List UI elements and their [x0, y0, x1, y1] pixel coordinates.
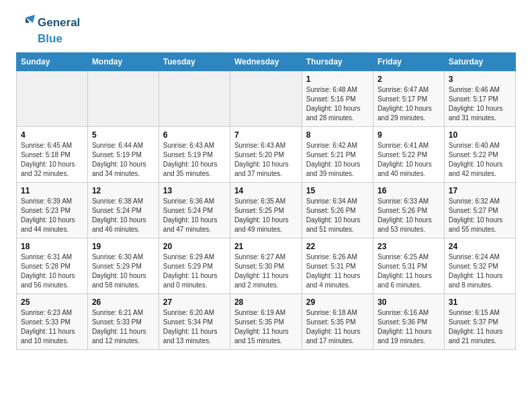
- day-info: Sunrise: 6:20 AM Sunset: 5:34 PM Dayligh…: [163, 308, 226, 346]
- calendar-cell: 27Sunrise: 6:20 AM Sunset: 5:34 PM Dayli…: [159, 293, 230, 349]
- day-number: 20: [163, 242, 226, 251]
- day-number: 25: [21, 298, 83, 307]
- day-number: 7: [234, 130, 298, 140]
- day-number: 11: [21, 186, 83, 195]
- day-number: 29: [306, 298, 369, 307]
- day-header-monday: Monday: [87, 52, 159, 71]
- day-number: 8: [306, 130, 369, 140]
- calendar-cell: 2Sunrise: 6:47 AM Sunset: 5:17 PM Daylig…: [373, 71, 445, 126]
- day-info: Sunrise: 6:24 AM Sunset: 5:32 PM Dayligh…: [449, 253, 511, 290]
- day-number: 6: [163, 130, 226, 140]
- calendar-cell: 3Sunrise: 6:46 AM Sunset: 5:17 PM Daylig…: [444, 71, 515, 126]
- day-number: 27: [163, 298, 226, 307]
- calendar-cell: [87, 71, 159, 126]
- day-number: 18: [21, 242, 83, 251]
- day-info: Sunrise: 6:32 AM Sunset: 5:27 PM Dayligh…: [449, 197, 511, 234]
- calendar-cell: 10Sunrise: 6:40 AM Sunset: 5:22 PM Dayli…: [444, 126, 515, 182]
- day-info: Sunrise: 6:18 AM Sunset: 5:35 PM Dayligh…: [306, 308, 369, 346]
- day-number: 2: [378, 75, 440, 84]
- day-number: 28: [234, 298, 298, 307]
- day-header-friday: Friday: [373, 52, 445, 71]
- calendar-cell: [159, 71, 230, 126]
- day-info: Sunrise: 6:40 AM Sunset: 5:22 PM Dayligh…: [449, 141, 511, 179]
- calendar-week-4: 18Sunrise: 6:31 AM Sunset: 5:28 PM Dayli…: [17, 238, 516, 293]
- day-info: Sunrise: 6:25 AM Sunset: 5:31 PM Dayligh…: [378, 253, 440, 290]
- day-info: Sunrise: 6:16 AM Sunset: 5:36 PM Dayligh…: [378, 308, 440, 346]
- day-number: 10: [449, 130, 511, 140]
- calendar-header-row: SundayMondayTuesdayWednesdayThursdayFrid…: [17, 52, 516, 71]
- day-info: Sunrise: 6:43 AM Sunset: 5:19 PM Dayligh…: [163, 141, 226, 179]
- day-info: Sunrise: 6:42 AM Sunset: 5:21 PM Dayligh…: [306, 141, 369, 179]
- calendar-cell: 11Sunrise: 6:39 AM Sunset: 5:23 PM Dayli…: [17, 182, 88, 238]
- day-number: 15: [306, 186, 369, 195]
- day-info: Sunrise: 6:30 AM Sunset: 5:29 PM Dayligh…: [92, 253, 154, 290]
- calendar-week-3: 11Sunrise: 6:39 AM Sunset: 5:23 PM Dayli…: [17, 182, 516, 238]
- day-number: 13: [163, 186, 226, 195]
- day-info: Sunrise: 6:19 AM Sunset: 5:35 PM Dayligh…: [234, 308, 298, 346]
- day-number: 22: [306, 242, 369, 251]
- calendar-cell: 17Sunrise: 6:32 AM Sunset: 5:27 PM Dayli…: [444, 182, 515, 238]
- day-header-wednesday: Wednesday: [230, 52, 302, 71]
- day-number: 19: [92, 242, 154, 251]
- day-header-tuesday: Tuesday: [159, 52, 230, 71]
- day-number: 5: [92, 130, 154, 140]
- calendar-cell: [230, 71, 302, 126]
- header: General Blue: [16, 13, 516, 46]
- day-header-sunday: Sunday: [17, 52, 88, 71]
- day-number: 12: [92, 186, 154, 195]
- calendar-cell: 28Sunrise: 6:19 AM Sunset: 5:35 PM Dayli…: [230, 293, 302, 349]
- day-number: 24: [449, 242, 511, 251]
- day-info: Sunrise: 6:29 AM Sunset: 5:29 PM Dayligh…: [163, 253, 226, 290]
- day-header-saturday: Saturday: [444, 52, 515, 71]
- calendar-cell: 8Sunrise: 6:42 AM Sunset: 5:21 PM Daylig…: [302, 126, 373, 182]
- day-number: 17: [449, 186, 511, 195]
- calendar-cell: 1Sunrise: 6:48 AM Sunset: 5:16 PM Daylig…: [302, 71, 373, 126]
- calendar-cell: 25Sunrise: 6:23 AM Sunset: 5:33 PM Dayli…: [17, 293, 88, 349]
- calendar-body: 1Sunrise: 6:48 AM Sunset: 5:16 PM Daylig…: [17, 71, 516, 349]
- calendar-cell: 23Sunrise: 6:25 AM Sunset: 5:31 PM Dayli…: [373, 238, 445, 293]
- day-number: 26: [92, 298, 154, 307]
- day-number: 21: [234, 242, 298, 251]
- day-number: 30: [378, 298, 440, 307]
- day-info: Sunrise: 6:45 AM Sunset: 5:18 PM Dayligh…: [21, 141, 83, 179]
- calendar-week-1: 1Sunrise: 6:48 AM Sunset: 5:16 PM Daylig…: [17, 71, 516, 126]
- day-info: Sunrise: 6:34 AM Sunset: 5:26 PM Dayligh…: [306, 197, 369, 234]
- day-info: Sunrise: 6:26 AM Sunset: 5:31 PM Dayligh…: [306, 253, 369, 290]
- calendar-cell: 4Sunrise: 6:45 AM Sunset: 5:18 PM Daylig…: [17, 126, 88, 182]
- day-number: 14: [234, 186, 298, 195]
- day-info: Sunrise: 6:21 AM Sunset: 5:33 PM Dayligh…: [92, 308, 154, 346]
- day-info: Sunrise: 6:31 AM Sunset: 5:28 PM Dayligh…: [21, 253, 83, 290]
- calendar-cell: 7Sunrise: 6:43 AM Sunset: 5:20 PM Daylig…: [230, 126, 302, 182]
- logo-bird-icon: [16, 13, 35, 32]
- calendar-cell: 31Sunrise: 6:15 AM Sunset: 5:37 PM Dayli…: [444, 293, 515, 349]
- calendar-cell: 14Sunrise: 6:35 AM Sunset: 5:25 PM Dayli…: [230, 182, 302, 238]
- day-number: 3: [449, 75, 511, 84]
- calendar-table: SundayMondayTuesdayWednesdayThursdayFrid…: [16, 52, 516, 350]
- day-info: Sunrise: 6:35 AM Sunset: 5:25 PM Dayligh…: [234, 197, 298, 234]
- day-info: Sunrise: 6:36 AM Sunset: 5:24 PM Dayligh…: [163, 197, 226, 234]
- day-info: Sunrise: 6:46 AM Sunset: 5:17 PM Dayligh…: [449, 85, 511, 123]
- day-info: Sunrise: 6:48 AM Sunset: 5:16 PM Dayligh…: [306, 85, 369, 123]
- calendar-cell: 9Sunrise: 6:41 AM Sunset: 5:22 PM Daylig…: [373, 126, 445, 182]
- calendar-cell: [17, 71, 88, 126]
- day-number: 23: [378, 242, 440, 251]
- day-header-thursday: Thursday: [302, 52, 373, 71]
- day-info: Sunrise: 6:27 AM Sunset: 5:30 PM Dayligh…: [234, 253, 298, 290]
- day-number: 31: [449, 298, 511, 307]
- logo: General Blue: [16, 13, 80, 46]
- logo-text-blue: Blue: [38, 32, 62, 46]
- calendar-cell: 5Sunrise: 6:44 AM Sunset: 5:19 PM Daylig…: [87, 126, 159, 182]
- calendar-cell: 26Sunrise: 6:21 AM Sunset: 5:33 PM Dayli…: [87, 293, 159, 349]
- day-info: Sunrise: 6:47 AM Sunset: 5:17 PM Dayligh…: [378, 85, 440, 123]
- calendar-cell: 22Sunrise: 6:26 AM Sunset: 5:31 PM Dayli…: [302, 238, 373, 293]
- day-info: Sunrise: 6:33 AM Sunset: 5:26 PM Dayligh…: [378, 197, 440, 234]
- calendar-cell: 13Sunrise: 6:36 AM Sunset: 5:24 PM Dayli…: [159, 182, 230, 238]
- day-info: Sunrise: 6:38 AM Sunset: 5:24 PM Dayligh…: [92, 197, 154, 234]
- day-info: Sunrise: 6:44 AM Sunset: 5:19 PM Dayligh…: [92, 141, 154, 179]
- calendar-cell: 15Sunrise: 6:34 AM Sunset: 5:26 PM Dayli…: [302, 182, 373, 238]
- day-info: Sunrise: 6:23 AM Sunset: 5:33 PM Dayligh…: [21, 308, 83, 346]
- day-number: 4: [21, 130, 83, 140]
- logo-text-general: General: [38, 16, 80, 30]
- day-info: Sunrise: 6:39 AM Sunset: 5:23 PM Dayligh…: [21, 197, 83, 234]
- calendar-cell: 30Sunrise: 6:16 AM Sunset: 5:36 PM Dayli…: [373, 293, 445, 349]
